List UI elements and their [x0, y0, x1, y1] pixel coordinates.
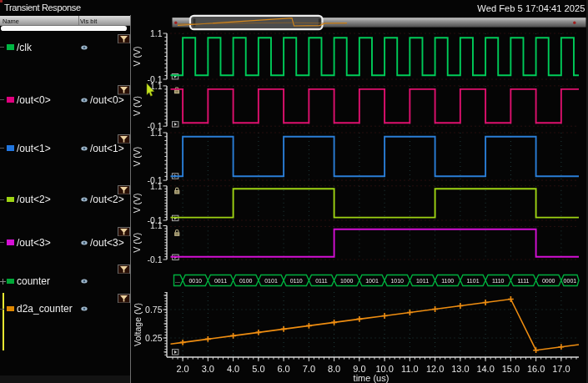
svg-text:V (V): V (V)	[132, 96, 142, 116]
svg-text:1000: 1000	[340, 278, 354, 284]
svg-text:0.25: 0.25	[145, 333, 163, 343]
svg-text:4.0: 4.0	[227, 364, 239, 374]
svg-text:3.0: 3.0	[202, 364, 214, 374]
svg-text:17.0: 17.0	[552, 364, 570, 374]
svg-text:5.0: 5.0	[252, 364, 264, 374]
svg-text:1.1: 1.1	[150, 181, 163, 191]
svg-text:8.0: 8.0	[328, 364, 340, 374]
svg-text:V (V): V (V)	[132, 47, 142, 67]
svg-text:14.0: 14.0	[476, 364, 494, 374]
svg-text:1101: 1101	[466, 278, 479, 284]
svg-text:1.1: 1.1	[150, 220, 163, 230]
svg-text:0110: 0110	[290, 278, 303, 284]
svg-text:V (V): V (V)	[132, 193, 142, 213]
svg-text:2.0: 2.0	[176, 364, 188, 374]
svg-text:V (V): V (V)	[132, 233, 142, 253]
svg-text:1001: 1001	[365, 278, 379, 284]
svg-text:0101: 0101	[264, 278, 278, 284]
svg-text:0011: 0011	[214, 278, 227, 284]
svg-text:Voltage (V): Voltage (V)	[133, 303, 143, 346]
svg-text:7.0: 7.0	[303, 364, 315, 374]
svg-text:1110: 1110	[492, 278, 505, 284]
svg-text:1010: 1010	[390, 278, 404, 284]
svg-text:6.0: 6.0	[277, 364, 289, 374]
svg-text:0000: 0000	[542, 278, 555, 284]
svg-text:1011: 1011	[416, 278, 429, 284]
svg-text:1.1: 1.1	[150, 128, 163, 138]
svg-text:1100: 1100	[441, 278, 454, 284]
svg-text:1.1: 1.1	[150, 28, 163, 38]
svg-text:0100: 0100	[239, 278, 253, 284]
svg-text:0010: 0010	[188, 278, 202, 284]
svg-text:time (us): time (us)	[354, 373, 389, 383]
svg-text:11.0: 11.0	[401, 364, 419, 374]
svg-text:1111: 1111	[517, 278, 529, 284]
svg-text:12.0: 12.0	[426, 364, 444, 374]
svg-text:...: ...	[175, 278, 180, 284]
svg-text:-0.1: -0.1	[147, 254, 162, 265]
svg-text:0.75: 0.75	[145, 305, 163, 315]
svg-text:0111: 0111	[315, 278, 328, 284]
svg-text:0001: 0001	[564, 278, 577, 284]
svg-text:15.0: 15.0	[502, 364, 520, 374]
svg-text:16.0: 16.0	[527, 364, 545, 374]
svg-text:V (V): V (V)	[132, 147, 142, 167]
svg-text:13.0: 13.0	[451, 364, 469, 374]
